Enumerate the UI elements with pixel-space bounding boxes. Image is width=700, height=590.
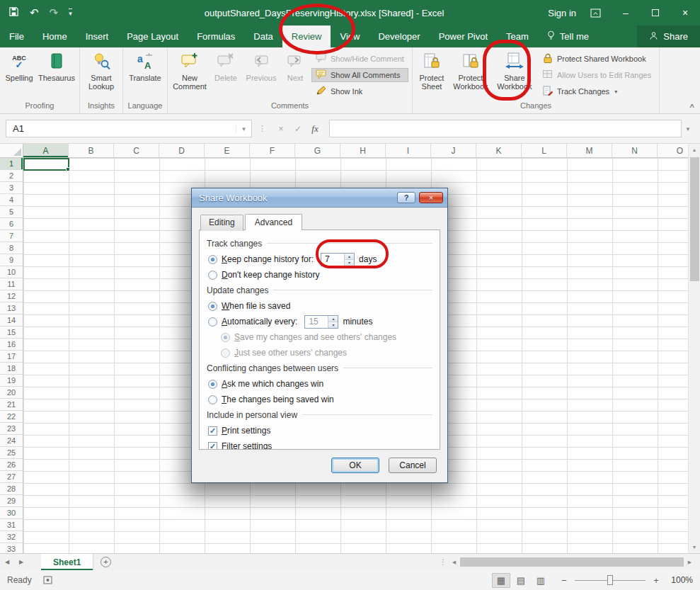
select-all-corner[interactable] — [0, 144, 23, 157]
translate-button[interactable]: aA Translate — [125, 49, 165, 101]
sheet-tab-sheet1[interactable]: Sheet1 — [41, 554, 93, 570]
row-header-22[interactable]: 22 — [0, 411, 23, 423]
minimize-button[interactable]: – — [611, 0, 641, 25]
row-header-14[interactable]: 14 — [0, 314, 23, 327]
filter-settings-checkbox[interactable]: ✓ — [208, 442, 217, 450]
row-header-17[interactable]: 17 — [0, 351, 23, 363]
delete-comment-button[interactable]: Delete — [210, 49, 242, 101]
protect-sheet-button[interactable]: Protect Sheet — [415, 49, 449, 101]
spin-up-icon[interactable]: ▴ — [328, 316, 338, 322]
row-header-3[interactable]: 3 — [0, 182, 23, 194]
row-header-9[interactable]: 9 — [0, 254, 23, 266]
tab-advanced[interactable]: Advanced — [245, 214, 302, 230]
ask-me-radio[interactable] — [208, 380, 217, 389]
new-comment-button[interactable]: New Comment — [170, 49, 210, 101]
row-header-31[interactable]: 31 — [0, 519, 23, 531]
save-icon[interactable] — [8, 6, 19, 19]
row-header-27[interactable]: 27 — [0, 471, 23, 483]
when-file-saved-option[interactable]: When file is saved — [208, 300, 432, 312]
page-layout-view-button[interactable]: ▤ — [512, 573, 530, 588]
tab-home[interactable]: Home — [33, 25, 76, 47]
row-header-28[interactable]: 28 — [0, 483, 23, 495]
column-header-M[interactable]: M — [567, 144, 612, 157]
tab-developer[interactable]: Developer — [369, 25, 429, 47]
scroll-up-icon[interactable]: ▲ — [689, 144, 700, 156]
column-header-L[interactable]: L — [522, 144, 567, 157]
row-header-7[interactable]: 7 — [0, 230, 23, 242]
row-header-23[interactable]: 23 — [0, 423, 23, 435]
dialog-title-bar[interactable]: Share Workbook ? × — [192, 188, 447, 208]
new-sheet-button[interactable]: + — [93, 554, 117, 570]
row-header-25[interactable]: 25 — [0, 447, 23, 459]
changes-saved-win-radio[interactable] — [208, 395, 217, 404]
tab-splitter-icon[interactable]: ⋮ — [438, 554, 448, 570]
column-header-D[interactable]: D — [159, 144, 205, 157]
cancel-entry-icon[interactable]: × — [272, 124, 289, 134]
expand-formula-bar-icon[interactable]: ▾ — [682, 125, 694, 132]
column-header-G[interactable]: G — [295, 144, 340, 157]
zoom-out-icon[interactable]: − — [560, 575, 568, 586]
macro-record-icon[interactable] — [43, 576, 52, 584]
horizontal-scrollbar[interactable]: ◀ ▶ — [448, 554, 700, 570]
sheet-nav-right-icon[interactable]: ▶ — [14, 554, 28, 570]
dialog-help-button[interactable]: ? — [397, 192, 415, 203]
row-header-21[interactable]: 21 — [0, 399, 23, 411]
column-header-B[interactable]: B — [69, 144, 114, 157]
undo-icon[interactable]: ↶ — [30, 6, 39, 19]
row-header-33[interactable]: 33 — [0, 543, 23, 553]
normal-view-button[interactable]: ▦ — [492, 573, 510, 588]
protect-workbook-button[interactable]: Protect Workbook — [449, 49, 493, 101]
just-see-changes-option[interactable]: Just see other users' changes — [221, 347, 432, 358]
enter-entry-icon[interactable]: ✓ — [289, 124, 306, 134]
row-header-30[interactable]: 30 — [0, 507, 23, 519]
sheet-nav-left-icon[interactable]: ◀ — [0, 554, 14, 570]
row-header-16[interactable]: 16 — [0, 339, 23, 351]
days-spinner[interactable]: 7 ▴▾ — [321, 253, 355, 266]
row-header-1[interactable]: 1 — [0, 158, 23, 170]
row-header-18[interactable]: 18 — [0, 363, 23, 375]
close-button[interactable]: × — [670, 0, 700, 25]
row-header-10[interactable]: 10 — [0, 266, 23, 278]
formula-bar-splitter-icon[interactable]: ⋮ — [252, 124, 272, 133]
title-bar[interactable]: ↶ ↷ ▾ outputShared_DaysPreservingHistory… — [0, 0, 700, 25]
show-hide-comment-button[interactable]: Show/Hide Comment — [311, 52, 408, 66]
share-button[interactable]: Share — [637, 25, 700, 47]
keep-history-radio[interactable] — [208, 255, 217, 264]
sign-in-button[interactable]: Sign in — [548, 8, 576, 18]
spin-up-icon[interactable]: ▴ — [345, 254, 354, 260]
formula-input[interactable] — [329, 120, 682, 137]
vertical-scrollbar[interactable]: ▲ ▼ — [688, 144, 700, 553]
row-header-15[interactable]: 15 — [0, 327, 23, 339]
column-header-J[interactable]: J — [431, 144, 476, 157]
row-header-19[interactable]: 19 — [0, 375, 23, 387]
when-file-saved-radio[interactable] — [208, 302, 217, 311]
ask-me-option[interactable]: Ask me which changes win — [208, 378, 432, 390]
share-workbook-button[interactable]: Share Workbook — [493, 49, 537, 101]
row-header-26[interactable]: 26 — [0, 459, 23, 471]
selected-cell-a1[interactable] — [23, 158, 69, 171]
row-header-12[interactable]: 12 — [0, 290, 23, 302]
tab-team[interactable]: Team — [497, 25, 538, 47]
row-header-2[interactable]: 2 — [0, 170, 23, 182]
protect-shared-workbook-button[interactable]: Protect Shared Workbook — [538, 52, 655, 66]
row-header-5[interactable]: 5 — [0, 206, 23, 218]
column-header-F[interactable]: F — [250, 144, 295, 157]
changes-saved-win-option[interactable]: The changes being saved win — [208, 394, 432, 405]
page-break-view-button[interactable]: ▥ — [532, 573, 550, 588]
print-settings-option[interactable]: ✓ Print settings — [208, 425, 432, 436]
track-changes-button[interactable]: Track Changes ▾ — [538, 84, 655, 98]
row-header-8[interactable]: 8 — [0, 242, 23, 254]
minutes-spinner[interactable]: 15 ▴▾ — [304, 315, 338, 329]
horizontal-scroll-thumb[interactable] — [460, 557, 684, 567]
dialog-close-button[interactable]: × — [419, 192, 443, 203]
print-settings-checkbox[interactable]: ✓ — [208, 426, 217, 436]
row-header-20[interactable]: 20 — [0, 387, 23, 399]
zoom-slider-thumb[interactable] — [607, 575, 613, 585]
column-header-N[interactable]: N — [612, 144, 658, 157]
zoom-slider[interactable] — [575, 575, 646, 585]
just-see-changes-radio[interactable] — [221, 348, 230, 358]
zoom-in-icon[interactable]: + — [652, 575, 660, 586]
row-header-11[interactable]: 11 — [0, 278, 23, 290]
column-header-K[interactable]: K — [476, 144, 522, 157]
tab-editing[interactable]: Editing — [200, 215, 243, 231]
